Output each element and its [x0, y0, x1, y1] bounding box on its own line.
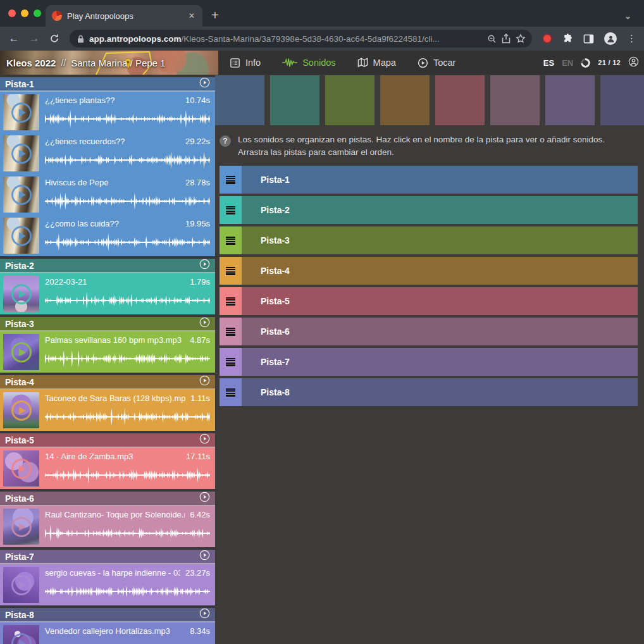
clip-play-icon[interactable] — [11, 633, 32, 644]
close-window-button[interactable] — [8, 9, 16, 17]
clip-play-icon[interactable] — [11, 342, 32, 362]
track-drag-handle[interactable] — [220, 348, 242, 376]
favicon-icon — [52, 11, 62, 21]
track-header-pista-4[interactable]: Pista-4 — [0, 375, 215, 390]
lang-en[interactable]: EN — [562, 58, 573, 68]
track-drag-handle[interactable] — [220, 287, 242, 315]
track-pad-pista-3[interactable] — [325, 75, 375, 125]
track-row-label: Pista-2 — [261, 205, 290, 215]
track-row-name[interactable]: Pista-1 — [242, 166, 638, 194]
clip-pista-6-1[interactable]: Raul Cantizano- Toque por Solenoide.mp36… — [0, 506, 215, 547]
clip-title: 2022-03-21 — [45, 277, 87, 287]
track-pad-pista-8[interactable] — [600, 75, 644, 125]
zoom-window-button[interactable] — [34, 9, 41, 17]
clip-duration: 8.34s — [190, 626, 210, 636]
clip-pista-8-1[interactable]: Vendedor callejero Hortalizas.mp38.34s — [0, 622, 215, 644]
clip-pista-7-1[interactable]: sergio cuevas - la harpe indienne - 03 -… — [0, 564, 215, 605]
track-drag-handle[interactable] — [220, 226, 242, 254]
track-play-button[interactable] — [199, 375, 210, 388]
track-play-button[interactable] — [199, 77, 210, 90]
clip-pista-1-1[interactable]: ¿¿tienes plantas??10.74s — [0, 92, 215, 133]
clip-waveform — [45, 349, 210, 368]
track-pad-pista-4[interactable] — [380, 75, 430, 125]
browser-tab[interactable]: Play Antropoloops ✕ — [46, 5, 202, 27]
track-header-pista-7[interactable]: Pista-7 — [0, 550, 215, 564]
track-row-name[interactable]: Pista-6 — [242, 318, 638, 345]
track-header-pista-8[interactable]: Pista-8 — [0, 608, 215, 622]
track-row-name[interactable]: Pista-5 — [242, 287, 638, 315]
track-header-pista-1[interactable]: Pista-1 — [0, 77, 215, 92]
track-drag-handle[interactable] — [220, 166, 242, 194]
track-row-name[interactable]: Pista-2 — [242, 196, 638, 224]
recording-extension-icon[interactable] — [542, 34, 552, 44]
clip-pista-4-1[interactable]: Taconeo de Sara Baras (128 kbps).mp31.11… — [0, 390, 215, 431]
track-pad-pista-1[interactable] — [215, 75, 264, 125]
track-header-pista-2[interactable]: Pista-2 — [0, 259, 215, 273]
drag-handle-icon — [226, 297, 235, 306]
tab-tocar[interactable]: Tocar — [418, 58, 455, 68]
track-row-name[interactable]: Pista-3 — [242, 226, 638, 254]
track-drag-handle[interactable] — [220, 378, 242, 406]
clip-play-icon[interactable] — [11, 459, 32, 479]
clip-thumbnail — [3, 135, 39, 171]
clip-pista-1-3[interactable]: Hiviscus de Pepe28.78s — [0, 174, 215, 215]
track-play-button[interactable] — [199, 317, 210, 330]
track-drag-handle[interactable] — [220, 318, 242, 345]
track-row-label: Pista-5 — [261, 296, 290, 306]
track-pad-pista-5[interactable] — [435, 75, 485, 125]
track-pad-pista-6[interactable] — [490, 75, 540, 125]
session-map-thumbnail[interactable]: Kleos 2022 // Santa Marina / Pepe 1 — [0, 51, 218, 75]
clip-play-icon[interactable] — [11, 144, 32, 164]
profile-avatar[interactable] — [604, 32, 617, 45]
tab-search-chevron-icon[interactable]: ⌄ — [624, 11, 631, 21]
clip-play-icon[interactable] — [11, 575, 32, 595]
track-drag-handle[interactable] — [220, 196, 242, 224]
address-bar[interactable]: app.antropoloops.com/Kleos-Santa-Marina/… — [70, 30, 532, 47]
reload-button[interactable] — [46, 30, 63, 47]
track-header-pista-6[interactable]: Pista-6 — [0, 492, 215, 506]
clip-play-icon[interactable] — [11, 284, 32, 304]
lang-es[interactable]: ES — [543, 58, 554, 68]
track-play-button[interactable] — [199, 550, 210, 563]
track-row-name[interactable]: Pista-4 — [242, 257, 638, 285]
clip-pista-5-1[interactable]: 14 - Aire de Zamba.mp317.11s — [0, 448, 215, 489]
clip-play-icon[interactable] — [11, 517, 32, 537]
share-icon[interactable] — [502, 34, 511, 44]
tab-mapa[interactable]: Mapa — [357, 58, 396, 68]
clip-pista-3-1[interactable]: Palmas sevillanas 160 bpm mp3.mp34.87s — [0, 331, 215, 373]
track-row-name[interactable]: Pista-8 — [242, 378, 638, 406]
clip-play-icon[interactable] — [11, 102, 32, 123]
minimize-window-button[interactable] — [21, 9, 28, 17]
clip-pista-1-4[interactable]: ¿¿como las cuida??19.95s — [0, 215, 215, 256]
track-header-pista-5[interactable]: Pista-5 — [0, 433, 215, 448]
forward-button[interactable]: → — [25, 30, 43, 47]
clip-play-icon[interactable] — [11, 185, 32, 205]
track-play-button[interactable] — [199, 492, 210, 505]
back-button[interactable]: ← — [5, 30, 23, 47]
tab-sonidos[interactable]: Sonidos — [282, 58, 335, 68]
account-icon[interactable] — [628, 56, 639, 70]
clip-thumbnail — [3, 276, 39, 312]
url-text[interactable]: app.antropoloops.com/Kleos-Santa-Marina/… — [89, 34, 482, 44]
tab-info[interactable]: Info — [230, 58, 261, 68]
zoom-out-page-icon[interactable] — [487, 34, 497, 44]
track-play-button[interactable] — [199, 608, 210, 621]
extensions-puzzle-icon[interactable] — [562, 34, 573, 44]
close-tab-icon[interactable]: ✕ — [187, 11, 196, 20]
drag-handle-icon — [226, 328, 235, 336]
new-tab-button[interactable]: + — [211, 8, 219, 23]
browser-menu-icon[interactable]: ⋮ — [627, 33, 636, 44]
track-row-name[interactable]: Pista-7 — [242, 348, 638, 376]
bookmark-star-icon[interactable] — [516, 34, 526, 44]
track-pad-pista-7[interactable] — [545, 75, 595, 125]
track-header-pista-3[interactable]: Pista-3 — [0, 317, 215, 331]
clip-play-icon[interactable] — [11, 226, 32, 246]
clip-pista-2-1[interactable]: 2022-03-211.79s — [0, 273, 215, 314]
track-pad-pista-2[interactable] — [270, 75, 319, 125]
track-drag-handle[interactable] — [220, 257, 242, 285]
track-play-button[interactable] — [199, 433, 210, 447]
clip-play-icon[interactable] — [11, 400, 32, 421]
clip-pista-1-2[interactable]: ¿¿tienes recuerdos??29.22s — [0, 133, 215, 174]
side-panel-icon[interactable] — [583, 34, 594, 44]
track-play-button[interactable] — [199, 259, 210, 272]
